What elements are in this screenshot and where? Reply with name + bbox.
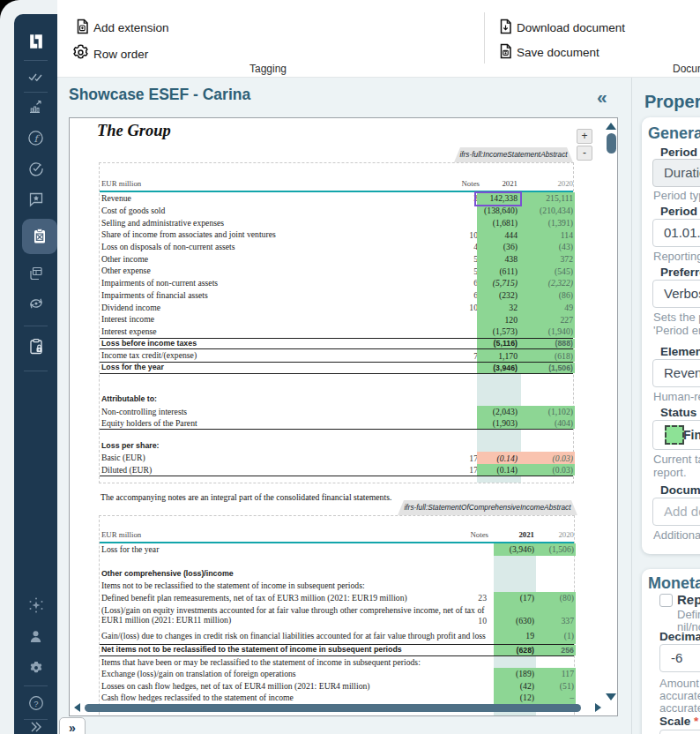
row-label: Share of income from associates and join…: [101, 228, 276, 241]
sidebar-item-sync-review[interactable]: [14, 290, 57, 317]
fact-cell-2020[interactable]: –: [536, 692, 576, 704]
fact-cell-2020[interactable]: 372: [521, 253, 575, 266]
reported-checkbox[interactable]: [659, 594, 673, 607]
fact-cell-2020[interactable]: (0.03): [521, 464, 575, 476]
fact-cell-2021[interactable]: (17): [494, 592, 536, 604]
download-document-button[interactable]: Download document: [498, 19, 625, 37]
fact-cell-2021[interactable]: 32: [477, 301, 521, 313]
fact-cell-2020[interactable]: (43): [521, 241, 575, 253]
collapse-panel-icon[interactable]: «: [597, 86, 607, 108]
sidebar-item-clipboard-lock[interactable]: [14, 333, 57, 359]
fact-cell-2020[interactable]: (888): [521, 339, 575, 349]
table-row: Loss per share:: [100, 440, 573, 453]
sidebar-item-review-check[interactable]: [14, 155, 57, 182]
documentation-input[interactable]: Add documentation: [652, 498, 700, 526]
fact-cell-2020[interactable]: (1,391): [521, 216, 575, 228]
fact-cell-2020[interactable]: 117: [536, 668, 576, 680]
row-label: Impairments of financial assets: [101, 289, 208, 302]
save-document-button[interactable]: Save document: [498, 43, 599, 62]
fact-cell-2021[interactable]: (1,903): [477, 418, 521, 430]
zoom-in-button[interactable]: +: [577, 129, 592, 144]
vertical-scrollbar-thumb[interactable]: [607, 133, 616, 154]
scale-input[interactable]: [659, 730, 700, 734]
sidebar-item-chart-growth[interactable]: [14, 94, 57, 120]
fact-cell-2021[interactable]: 444: [477, 228, 521, 241]
sidebar-item-help[interactable]: ?: [14, 690, 57, 716]
fact-cell-2021[interactable]: 19: [494, 627, 536, 644]
horizontal-scrollbar-thumb[interactable]: [85, 704, 581, 712]
fact-cell-2020[interactable]: 114: [521, 228, 575, 241]
status-field[interactable]: Final: [652, 420, 700, 450]
fact-cell-2021[interactable]: (611): [477, 265, 521, 277]
decimals-input[interactable]: -6: [659, 644, 700, 672]
fact-cell-2020[interactable]: (404): [521, 418, 575, 430]
fact-cell-2021[interactable]: (0.14): [477, 452, 521, 464]
fact-cell-2020[interactable]: 337: [536, 603, 576, 627]
fact-cell-2020[interactable]: (1,506): [536, 543, 576, 556]
document-footnote: The accompanying notes are an integral p…: [101, 492, 391, 502]
fact-cell-2020[interactable]: (80): [536, 592, 576, 604]
sidebar-item-ai-sparkle[interactable]: [14, 592, 57, 618]
scroll-left-arrow[interactable]: [74, 703, 80, 712]
preferred-label-help: Sets the preferred label of the element,…: [653, 311, 700, 324]
row-note-ref: 7: [435, 349, 478, 362]
fact-cell-2020[interactable]: 256: [536, 645, 576, 655]
fact-cell-2020[interactable]: (1,506): [521, 363, 575, 373]
fact-cell-2021[interactable]: (12): [494, 692, 536, 704]
fact-cell-2020[interactable]: (1,102): [521, 406, 575, 418]
fact-cell-2020[interactable]: (618): [521, 349, 575, 362]
fact-cell-2020[interactable]: 215,111: [521, 192, 575, 205]
fact-cell-2021[interactable]: (3,946): [477, 363, 521, 373]
row-label: Income tax credit/(expense): [101, 349, 197, 362]
scroll-up-arrow[interactable]: [606, 123, 616, 130]
fact-cell-2020[interactable]: (86): [521, 289, 575, 302]
fact-cell-2021[interactable]: (232): [477, 289, 521, 302]
fact-cell-2020[interactable]: 227: [521, 313, 575, 326]
table-header-row: EUR millionNotes20212020: [100, 516, 574, 543]
properties-divider: [631, 78, 632, 734]
fact-cell-2021[interactable]: (189): [494, 668, 536, 680]
element-label-input[interactable]: Revenue: [652, 359, 700, 387]
fact-cell-2020[interactable]: (2,322): [521, 277, 575, 289]
fact-cell-2021[interactable]: (2,043): [477, 406, 521, 418]
fact-cell-2021[interactable]: 438: [477, 253, 521, 266]
fact-cell-2021[interactable]: (3,946): [494, 543, 536, 556]
fact-cell-2021[interactable]: 1,170: [477, 349, 521, 362]
scroll-down-arrow[interactable]: [606, 693, 616, 700]
fact-cell-2020[interactable]: (1,940): [521, 326, 575, 338]
sidebar-item-copy-tables[interactable]: [14, 260, 57, 287]
fact-cell-2020[interactable]: (545): [521, 265, 575, 277]
sidebar-item-function[interactable]: f: [14, 124, 57, 151]
fact-cell-2021[interactable]: (5,116): [477, 339, 521, 349]
fact-cell-2021[interactable]: (42): [494, 680, 536, 693]
period-type-input[interactable]: Duration: [652, 159, 700, 187]
period-input[interactable]: 01.01.2021 - 31.12.2021: [652, 219, 700, 247]
fact-cell-2020[interactable]: 49: [521, 301, 575, 313]
sidebar-item-comment-star[interactable]: [14, 186, 57, 213]
zoom-out-button[interactable]: -: [577, 146, 592, 161]
fact-cell-2020[interactable]: (0.03): [521, 452, 575, 464]
fact-cell-2021[interactable]: (0.14): [477, 464, 521, 476]
fact-cell-2021[interactable]: (630): [494, 603, 536, 627]
sidebar-item-settings-gear[interactable]: [14, 655, 57, 681]
sidebar: f?: [14, 14, 57, 734]
fact-cell-2021[interactable]: (628): [494, 645, 536, 655]
fact-cell-2021[interactable]: (1,681): [477, 216, 521, 228]
sidebar-item-collapse-sidebar[interactable]: [14, 714, 57, 734]
fact-cell-2021[interactable]: 120: [477, 313, 521, 326]
sidebar-item-user[interactable]: [14, 623, 57, 649]
sidebar-item-tasks-check[interactable]: [14, 64, 57, 90]
fact-cell-2020[interactable]: (1): [536, 627, 576, 644]
expand-bottom-panel-button[interactable]: »: [59, 717, 86, 734]
row-order-button[interactable]: Row order: [71, 43, 148, 64]
fact-cell-2020[interactable]: (51): [536, 680, 576, 693]
fact-cell-2021[interactable]: (1,573): [477, 326, 521, 338]
fact-cell-2020[interactable]: (210,434): [521, 205, 575, 217]
scroll-right-arrow[interactable]: [595, 703, 601, 712]
add-extension-button[interactable]: Add extension: [75, 19, 169, 37]
fact-cell-2021[interactable]: (138,640): [477, 205, 521, 217]
sidebar-item-tagging-board[interactable]: [22, 219, 57, 254]
fact-cell-2021[interactable]: (5,715): [477, 277, 521, 289]
preferred-label-input[interactable]: Verbose label: [652, 280, 700, 308]
fact-cell-2021[interactable]: (36): [477, 241, 521, 253]
